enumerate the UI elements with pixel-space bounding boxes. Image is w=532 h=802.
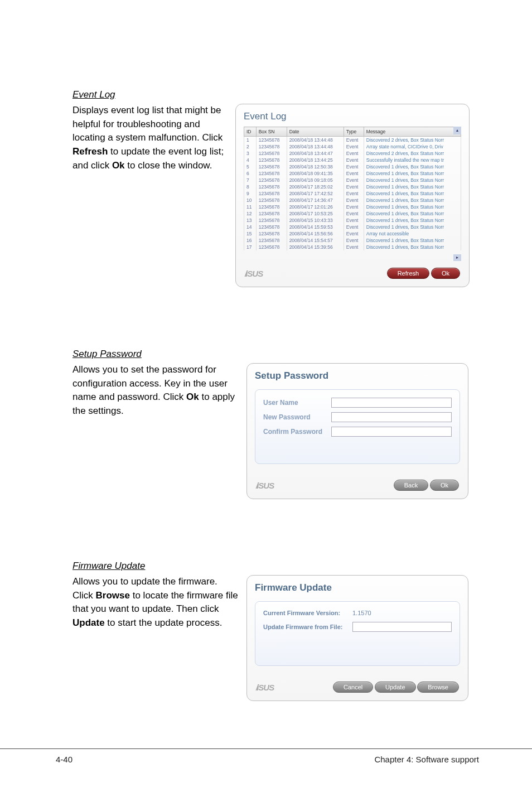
cell-id: 15 [244, 230, 257, 237]
cell-sn: 12345678 [256, 197, 287, 204]
cell-sn: 12345678 [256, 163, 287, 170]
cell-date: 2008/04/17 12:01:26 [287, 204, 344, 210]
user-name-label: User Name [263, 399, 331, 407]
cell-date: 2008/04/14 15:54:57 [287, 237, 344, 244]
cell-sn: 12345678 [256, 204, 287, 210]
table-row[interactable]: 8123456782008/04/17 18:25:02EventDiscove… [244, 183, 461, 190]
cell-type: Event [344, 244, 364, 250]
table-row[interactable]: 1123456782008/04/18 13:44:48EventDiscove… [244, 137, 461, 144]
cell-msg: Discovered 1 drives, Box Status Norr [364, 244, 461, 250]
table-row[interactable]: 13123456782008/04/15 10:43:33EventDiscov… [244, 217, 461, 224]
cell-date: 2008/04/18 13:44:47 [287, 150, 344, 157]
setup-password-description: Allows you to set the password for confi… [72, 363, 240, 418]
cell-id: 8 [244, 183, 257, 190]
table-row[interactable]: 11123456782008/04/17 12:01:26EventDiscov… [244, 204, 461, 210]
browse-button[interactable]: Browse [417, 682, 459, 693]
cell-sn: 12345678 [256, 183, 287, 190]
firmware-update-window: Firmware Update Current Firmware Version… [246, 575, 468, 701]
cell-id: 9 [244, 190, 257, 197]
cell-msg: Array not accessible [364, 230, 461, 237]
cell-type: Event [344, 217, 364, 224]
cell-type: Event [344, 170, 364, 177]
firmware-version-label: Current Firmware Version: [263, 610, 352, 616]
cancel-button[interactable]: Cancel [333, 682, 373, 693]
confirm-password-input[interactable] [331, 427, 452, 437]
cell-date: 2008/04/18 13:44:48 [287, 143, 344, 150]
col-box-sn[interactable]: Box SN [256, 127, 287, 137]
scroll-right-icon[interactable]: ▸ [453, 254, 461, 261]
user-name-input[interactable] [331, 398, 452, 408]
cell-sn: 12345678 [256, 157, 287, 163]
event-log-window: Event Log ID Box SN Date Type Message [235, 104, 470, 287]
cell-sn: 12345678 [256, 177, 287, 183]
cell-date: 2008/04/14 15:39:56 [287, 244, 344, 250]
cell-date: 2008/04/15 10:43:33 [287, 217, 344, 224]
ok-button[interactable]: Ok [431, 268, 460, 279]
firmware-version-value: 1.1570 [352, 610, 371, 616]
cell-date: 2008/04/17 17:42:52 [287, 190, 344, 197]
cell-id: 14 [244, 224, 257, 230]
event-log-description: Displays event log list that might be he… [72, 104, 229, 172]
page-footer: 4-40 Chapter 4: Software support [0, 748, 532, 764]
cell-msg: Discovered 1 drives, Box Status Norr [364, 204, 461, 210]
cell-type: Event [344, 143, 364, 150]
update-button[interactable]: Update [375, 682, 415, 693]
table-row[interactable]: 9123456782008/04/17 17:42:52EventDiscove… [244, 190, 461, 197]
table-row[interactable]: 6123456782008/04/18 09:41:35EventDiscove… [244, 170, 461, 177]
cell-msg: Discovered 2 drives, Box Status Norr [364, 150, 461, 157]
cell-sn: 12345678 [256, 230, 287, 237]
cell-type: Event [344, 210, 364, 217]
firmware-file-label: Update Firmware from File: [263, 624, 352, 630]
cell-msg: Discovered 1 drives, Box Status Norr [364, 237, 461, 244]
cell-msg: Discovered 2 drives, Box Status Norr [364, 137, 461, 144]
col-type[interactable]: Type [344, 127, 364, 137]
cell-type: Event [344, 224, 364, 230]
cell-id: 6 [244, 170, 257, 177]
cell-id: 12 [244, 210, 257, 217]
cell-sn: 12345678 [256, 150, 287, 157]
firmware-update-description: Allows you to update the firmware. Click… [72, 575, 240, 630]
table-row[interactable]: 4123456782008/04/18 13:44:25EventSuccess… [244, 157, 461, 163]
cell-type: Event [344, 204, 364, 210]
cell-msg: Discovered 1 drives, Box Status Norr [364, 190, 461, 197]
cell-id: 11 [244, 204, 257, 210]
table-row[interactable]: 10123456782008/04/17 14:36:47EventDiscov… [244, 197, 461, 204]
table-row[interactable]: 12123456782008/04/17 10:53:25EventDiscov… [244, 210, 461, 217]
cell-msg: Discovered 1 drives, Box Status Norr [364, 177, 461, 183]
table-row[interactable]: 15123456782008/04/14 15:56:56EventArray … [244, 230, 461, 237]
section-setup-password: Setup Password Allows you to set the pas… [72, 349, 479, 499]
cell-type: Event [344, 230, 364, 237]
cell-msg: Discovered 1 drives, Box Status Norr [364, 197, 461, 204]
new-password-input[interactable] [331, 412, 452, 422]
cell-date: 2008/04/17 10:53:25 [287, 210, 344, 217]
asus-logo: iSUS [245, 269, 263, 278]
col-id[interactable]: ID [244, 127, 257, 137]
firmware-update-heading: Firmware Update [72, 561, 479, 572]
page-number: 4-40 [56, 755, 72, 764]
firmware-file-input[interactable] [352, 622, 452, 632]
table-row[interactable]: 14123456782008/04/14 15:59:53EventDiscov… [244, 224, 461, 230]
cell-type: Event [344, 237, 364, 244]
cell-type: Event [344, 137, 364, 144]
table-row[interactable]: 16123456782008/04/14 15:54:57EventDiscov… [244, 237, 461, 244]
table-row[interactable]: 5123456782008/04/18 12:50:38EventDiscove… [244, 163, 461, 170]
refresh-button[interactable]: Refresh [387, 268, 430, 279]
table-row[interactable]: 2123456782008/04/18 13:44:48EventArray s… [244, 143, 461, 150]
cell-id: 2 [244, 143, 257, 150]
cell-type: Event [344, 150, 364, 157]
table-row[interactable]: 17123456782008/04/14 15:39:56EventDiscov… [244, 244, 461, 250]
table-row[interactable]: 7123456782008/04/18 09:18:05EventDiscove… [244, 177, 461, 183]
col-message[interactable]: Message [364, 127, 461, 137]
cell-sn: 12345678 [256, 224, 287, 230]
cell-date: 2008/04/18 09:18:05 [287, 177, 344, 183]
confirm-password-label: Confirm Password [263, 428, 331, 436]
asus-logo: iSUS [256, 683, 274, 692]
scroll-up-icon[interactable]: ▴ [453, 127, 461, 134]
cell-id: 7 [244, 177, 257, 183]
col-date[interactable]: Date [287, 127, 344, 137]
table-row[interactable]: 3123456782008/04/18 13:44:47EventDiscove… [244, 150, 461, 157]
setup-password-window: Setup Password User Name New Password Co… [246, 363, 468, 499]
cell-sn: 12345678 [256, 170, 287, 177]
ok-button[interactable]: Ok [430, 480, 459, 491]
back-button[interactable]: Back [394, 480, 428, 491]
